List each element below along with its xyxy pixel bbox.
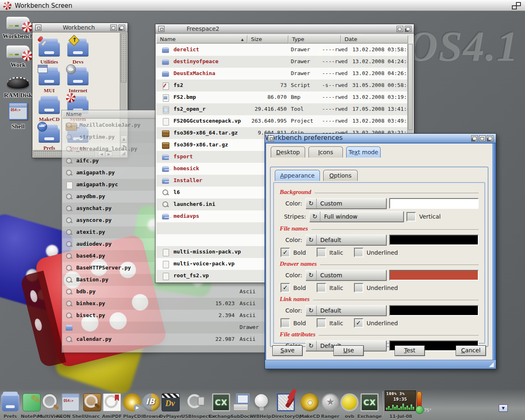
window-bottom-bar — [265, 360, 496, 369]
tab-text-mode[interactable]: Text mode — [346, 146, 381, 158]
name-column-header[interactable]: Name ▲ — [156, 35, 247, 43]
drawer-icon-item[interactable]: Prefs — [37, 124, 62, 150]
cpu-usage: 100% 3% — [386, 392, 405, 396]
style-checkbox[interactable] — [354, 248, 363, 257]
list-item[interactable]: bdb.py Ascii ----rw-d 18.05.200 — [62, 286, 271, 298]
iconify-gadget[interactable] — [397, 26, 403, 32]
depth-gadget[interactable] — [405, 26, 411, 32]
drawer-icon-item[interactable]: Internet — [65, 66, 91, 95]
lister-header: Name ▲ Size Type Date — [156, 35, 413, 43]
desktop-icon[interactable]: Workbench — [2, 16, 34, 40]
date-column-header[interactable]: Date — [341, 35, 408, 43]
drawer-icon-item[interactable]: MUI — [37, 66, 62, 95]
internet-drawer-icon — [67, 71, 89, 85]
desktop-icon[interactable]: Work — [2, 45, 34, 68]
icon-label: Prefs — [37, 145, 62, 150]
tab-appearance[interactable]: Appearance — [275, 170, 320, 181]
dock-item[interactable]: Exchange — [355, 393, 384, 419]
list-item[interactable]: binhex.py 15.023 Ascii ----rw-d 18.05.20… — [62, 298, 271, 310]
depth-gadget[interactable] — [119, 25, 125, 31]
table-row[interactable]: FS20GGcutscenepack.vp 263.640.995 Projec… — [156, 115, 407, 127]
tab-options[interactable]: Options — [323, 170, 358, 181]
file-type-icon — [162, 166, 169, 172]
file-type-icon — [162, 130, 169, 137]
scrollbar-knob[interactable] — [121, 33, 127, 82]
style-checkbox[interactable] — [317, 283, 326, 292]
cycle-icon: ↻ — [310, 212, 320, 221]
freespace2-titlebar[interactable]: Freespace2 — [155, 24, 414, 34]
prefs-drawer-icon — [39, 128, 60, 143]
workbench-window-titlebar[interactable]: Workbench — [32, 23, 128, 32]
style-checkbox[interactable] — [354, 283, 363, 292]
drawer-icon-item[interactable]: MakeCD — [37, 95, 62, 124]
vertical-label: Vertical — [419, 213, 441, 220]
use-button[interactable]: Use — [333, 345, 364, 356]
main-tab-row: Desktop Icons Text mode — [271, 146, 381, 158]
desktop-icon[interactable]: Shell — [2, 103, 34, 130]
style-checkbox[interactable] — [281, 283, 290, 292]
screen-depth-gadget[interactable] — [512, 2, 521, 9]
style-checkbox[interactable] — [281, 318, 290, 328]
file-type-icon — [162, 237, 169, 244]
file-type-icon — [66, 289, 73, 295]
background-color-swatch — [389, 198, 479, 209]
close-gadget[interactable] — [268, 135, 274, 142]
dock-item[interactable]: USBInspector — [181, 393, 210, 419]
scrollbar-knob[interactable] — [408, 44, 413, 130]
size-column-header[interactable]: Size — [247, 35, 288, 43]
drawer-names-color-swatch — [389, 270, 479, 281]
workbench-volume-icon — [6, 16, 30, 30]
test-button[interactable]: Test — [395, 345, 425, 356]
file-type-icon — [162, 261, 169, 267]
section-file-names: File names — [280, 225, 479, 232]
ram-disk-icon — [7, 77, 29, 89]
preferences-titlebar[interactable]: Workbench preferences — [265, 134, 496, 143]
iconified-window-gadget[interactable]: ▼ — [499, 404, 508, 412]
desktop-icon[interactable]: RAM Disk — [2, 77, 34, 99]
save-button[interactable]: Save — [272, 345, 303, 356]
table-row[interactable]: destinyofpeace Drawer ----rwed 13.02.200… — [156, 56, 407, 68]
list-item[interactable]: bisect.py 2.394 Ascii ----rw-d 18.05.200 — [62, 310, 271, 322]
vertical-checkbox[interactable] — [406, 212, 416, 221]
list-item[interactable]: calendar.py 22.987 Ascii ----rw-d 18.05.… — [62, 333, 271, 345]
tab-icons[interactable]: Icons — [308, 146, 343, 158]
background-color-cycle[interactable]: ↻Custom — [306, 198, 386, 209]
shade-gadget[interactable] — [471, 135, 478, 142]
style-checkbox[interactable] — [317, 248, 326, 257]
drawer-icon-item[interactable]: Utilities — [37, 38, 62, 66]
file-type-icon — [162, 82, 169, 89]
preferences-window: Workbench preferences Desktop Icons Text… — [265, 133, 496, 369]
stripes-cycle[interactable]: ↻Full window — [309, 211, 404, 222]
style-checkbox[interactable] — [354, 318, 363, 328]
table-row[interactable]: derelict Drawer ----rwed 13.02.2008 03:5… — [156, 44, 407, 56]
icon-emblem — [69, 35, 80, 46]
drawer-icon-item[interactable]: Devs — [65, 38, 91, 66]
text-mode-group: Appearance Options Background Color: ↻Cu… — [270, 167, 488, 347]
screen-titlebar[interactable]: Workbench Screen — [0, 0, 525, 11]
cancel-button[interactable]: Cancel — [456, 345, 486, 356]
thermometer-icon — [417, 391, 422, 410]
drawer-names-color-cycle[interactable]: ↻Custom — [306, 270, 386, 281]
file-type-icon — [162, 178, 169, 184]
file-type-icon — [162, 154, 169, 160]
table-row[interactable]: FS2.bmp 86.070 Bmp ----rwed 13.02.2008 0… — [156, 91, 407, 103]
style-checkbox[interactable] — [281, 248, 290, 257]
link-names-color-cycle[interactable]: ↻Default — [306, 305, 386, 316]
type-column-header[interactable]: Type — [288, 35, 341, 43]
list-item[interactable]: Drawer ----rwed 27.02.200 — [62, 322, 271, 333]
tab-desktop[interactable]: Desktop — [271, 146, 305, 158]
file-names-color-cycle[interactable]: ↻Default — [306, 235, 386, 245]
table-row[interactable]: fs2_open_r 29.416.450 Tool ----rwed 17.0… — [156, 103, 407, 115]
close-gadget[interactable] — [158, 26, 164, 32]
iconify-gadget[interactable] — [110, 25, 117, 31]
style-label: Italic — [329, 249, 343, 256]
close-gadget[interactable] — [35, 25, 41, 31]
table-row[interactable]: DeusExMachina Drawer ----rwed 13.02.2008… — [156, 68, 407, 80]
iconify-gadget[interactable] — [479, 135, 486, 142]
style-checkbox[interactable] — [317, 318, 326, 328]
dock-item[interactable]: DvPlayer — [156, 393, 185, 419]
stripes-label: Stripes: — [280, 213, 306, 220]
depth-gadget[interactable] — [487, 135, 493, 142]
file-type-icon — [162, 142, 169, 148]
table-row[interactable]: fs2 73 Script -s--rwed 31.05.2008 00:58:… — [156, 80, 407, 91]
